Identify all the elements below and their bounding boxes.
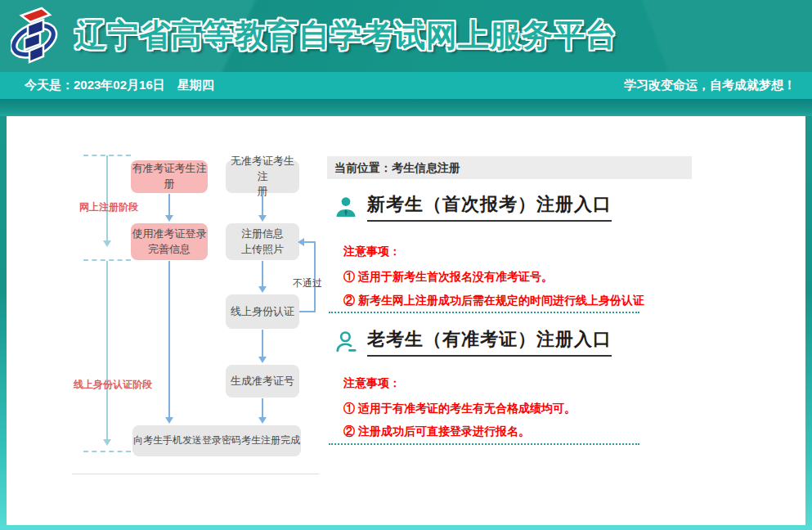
fail-label: 不通过	[293, 276, 322, 290]
phase2-axis-arrow	[106, 261, 108, 439]
feedback-line-top	[304, 241, 316, 243]
current-date-text: 今天是：2023年02月16日 星期四	[25, 78, 214, 93]
arrow-has-ticket-down	[168, 194, 170, 215]
old-student-person-icon	[334, 330, 358, 354]
old-student-entry-link[interactable]: 老考生（有准考证）注册入口	[334, 327, 612, 357]
breadcrumb: 当前位置：考生信息注册	[327, 156, 692, 179]
arrow-upload-down	[262, 261, 263, 286]
arrow-verify-down	[262, 330, 263, 357]
phase-divider-dash-bottom	[83, 451, 131, 452]
phase1-axis-arrow	[106, 155, 108, 240]
old-student-entry-title: 老考生（有准考证）注册入口	[367, 327, 612, 357]
flow-box-has-ticket: 有准考证考生注 册	[131, 160, 208, 193]
site-title: 辽宁省高等教育自学考试网上服务平台	[75, 15, 617, 56]
phase1-label: 网上注册阶段	[79, 200, 138, 214]
section-separator-2	[329, 443, 639, 445]
flow-box-no-ticket: 无准考证考生注 册	[226, 160, 299, 193]
phase2-label: 线上身份认证阶段	[74, 378, 152, 392]
flow-box-finish: 向考生手机发送登录密码考生注册完成	[132, 425, 301, 456]
flow-box-identity-verify: 线上身份认证	[226, 294, 299, 329]
slogan-text: 学习改变命运，自考成就梦想！	[624, 78, 796, 93]
notice-item-2-1: ① 适用于有准考证的考生有无合格成绩均可。	[343, 402, 576, 416]
site-header: 辽宁省高等教育自学考试网上服务平台	[0, 0, 812, 72]
feedback-line-bottom	[299, 311, 316, 312]
notice-item-1-1: ① 适用于新考生首次报名没有准考证号。	[343, 270, 553, 285]
feedback-arrowhead	[298, 238, 304, 246]
section-separator-1	[329, 312, 639, 313]
page: 辽宁省高等教育自学考试网上服务平台 今天是：2023年02月16日 星期四 学习…	[0, 0, 812, 530]
arrow-number-down	[262, 398, 263, 417]
new-student-entry-link[interactable]: 新考生（首次报考）注册入口	[334, 192, 612, 222]
main-content: 网上注册阶段 线上身份认证阶段 有准考证考生注 册 无准考证考生注 册 使用准考…	[7, 116, 805, 525]
site-logo-icon	[11, 6, 58, 66]
new-student-person-icon	[334, 195, 358, 219]
notice-item-2-2: ② 注册成功后可直接登录进行报名。	[343, 424, 530, 439]
arrow-no-ticket-down	[262, 194, 263, 215]
arrow-login-down	[168, 261, 170, 417]
notice-label-1: 注意事项：	[343, 245, 401, 259]
date-bar: 今天是：2023年02月16日 星期四 学习改变命运，自考成就梦想！	[0, 72, 812, 99]
notice-label-2: 注意事项：	[343, 376, 401, 391]
flow-box-generate-number: 生成准考证号	[226, 365, 299, 398]
page-bottom-bar	[0, 525, 812, 530]
flowchart-bottom-divider	[72, 474, 319, 474]
notice-item-1-2: ② 新考生网上注册成功后需在规定的时间进行线上身份认证	[343, 294, 644, 308]
flow-box-register-upload: 注册信息 上传照片	[226, 223, 299, 260]
flow-box-login-complete: 使用准考证登录 完善信息	[131, 223, 208, 260]
new-student-entry-title: 新考生（首次报考）注册入口	[367, 192, 612, 222]
registration-flowchart: 网上注册阶段 线上身份认证阶段 有准考证考生注 册 无准考证考生注 册 使用准考…	[7, 116, 334, 492]
header-divider-strip	[0, 99, 812, 116]
